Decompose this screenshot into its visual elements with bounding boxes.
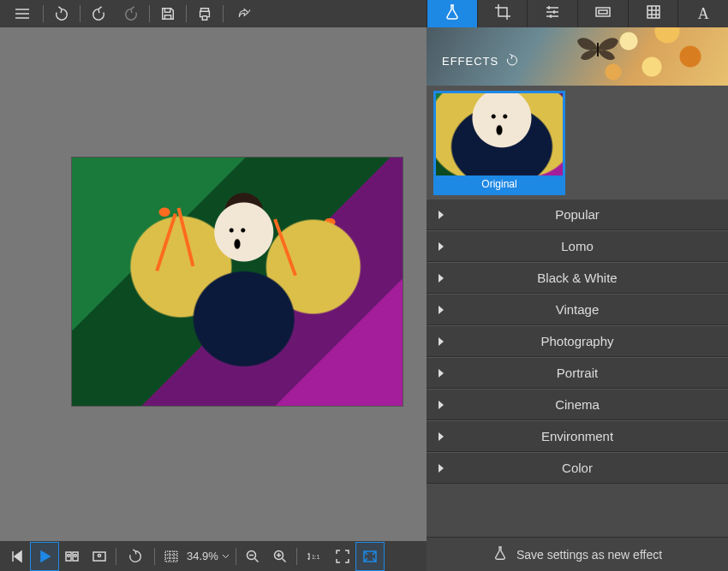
canvas-viewport[interactable] xyxy=(0,27,427,541)
tab-adjust[interactable] xyxy=(527,0,577,27)
app-root: A xyxy=(0,0,728,571)
chevron-right-icon xyxy=(439,306,444,314)
redo-step-button[interactable] xyxy=(115,0,147,27)
effect-category-list: Popular Lomo Black & White Vintage Photo… xyxy=(427,199,728,537)
effect-category-label: Black & White xyxy=(427,271,728,285)
effect-category[interactable]: Vintage xyxy=(427,294,728,325)
zoom-value: 34.9% xyxy=(187,550,218,562)
bottom-toolbar: 34.9% 1:1 xyxy=(0,541,427,571)
main-split: 34.9% 1:1 xyxy=(0,27,728,571)
frame-icon xyxy=(594,3,612,24)
toolbar-separator xyxy=(43,5,44,22)
toolbar-separator xyxy=(236,548,236,565)
chevron-right-icon xyxy=(439,242,444,251)
effect-category[interactable]: Portrait xyxy=(427,357,728,389)
toolbar-separator xyxy=(186,5,187,22)
toolbar-separator xyxy=(116,548,116,565)
canvas-pane: 34.9% 1:1 xyxy=(0,27,427,571)
rotate-button[interactable] xyxy=(119,543,152,570)
effect-category[interactable]: Photography xyxy=(427,325,728,357)
effect-category[interactable]: Black & White xyxy=(427,262,728,294)
effect-thumb-row: Original xyxy=(427,86,728,199)
tab-frame[interactable] xyxy=(577,0,628,27)
svg-point-0 xyxy=(68,554,70,556)
tab-crop[interactable] xyxy=(477,0,528,27)
tab-effects[interactable] xyxy=(427,0,477,27)
reset-effects-button[interactable] xyxy=(505,53,519,69)
thumb-image xyxy=(436,93,563,175)
effect-category[interactable]: Environment xyxy=(427,420,728,452)
menu-button[interactable] xyxy=(3,8,41,20)
effect-category[interactable]: Lomo xyxy=(427,230,728,262)
effect-thumb-original[interactable]: Original xyxy=(433,91,565,195)
undo-icon xyxy=(505,53,519,67)
chevron-down-icon xyxy=(222,554,230,559)
redo-button[interactable] xyxy=(82,0,115,27)
effect-category-label: Portrait xyxy=(427,366,728,380)
svg-text:1:1: 1:1 xyxy=(312,554,320,560)
chevron-right-icon xyxy=(439,432,444,441)
effect-category[interactable]: Popular xyxy=(427,199,728,230)
chevron-right-icon xyxy=(439,274,444,283)
save-effect-label: Save settings as new effect xyxy=(516,548,662,562)
actual-size-button[interactable]: 1:1 xyxy=(300,543,329,570)
mode-tabs: A xyxy=(427,0,728,27)
play-button[interactable] xyxy=(31,543,58,570)
effect-category[interactable]: Color xyxy=(427,452,728,484)
effect-category[interactable]: Cinema xyxy=(427,389,728,420)
tab-texture[interactable] xyxy=(628,0,678,27)
tab-text[interactable]: A xyxy=(677,0,728,27)
crop-icon xyxy=(494,3,511,24)
chevron-right-icon xyxy=(439,369,444,378)
chevron-right-icon xyxy=(439,337,444,346)
sliders-icon xyxy=(544,3,561,24)
fit-width-button[interactable] xyxy=(356,543,384,570)
toolbar-separator xyxy=(154,548,155,565)
zoom-out-button[interactable] xyxy=(239,543,266,570)
share-button[interactable] xyxy=(225,0,265,27)
flask-icon xyxy=(444,3,461,24)
top-toolbar-left xyxy=(0,0,427,27)
effect-category-label: Vintage xyxy=(427,302,728,317)
toolbar-separator xyxy=(149,5,150,22)
chevron-right-icon xyxy=(439,464,444,473)
undo-button[interactable] xyxy=(45,0,78,27)
effect-category-label: Photography xyxy=(427,334,728,348)
effects-banner: EFFECTS xyxy=(427,27,728,86)
butterfly-icon xyxy=(572,33,624,67)
canvas-image[interactable] xyxy=(72,158,403,406)
toolbar-separator xyxy=(80,5,81,22)
zoom-in-button[interactable] xyxy=(266,543,294,570)
save-effect-button[interactable]: Save settings as new effect xyxy=(427,537,728,571)
image-content xyxy=(72,158,403,406)
print-button[interactable] xyxy=(188,0,221,27)
save-button[interactable] xyxy=(152,0,184,27)
chevron-right-icon xyxy=(439,401,444,409)
thumb-label: Original xyxy=(436,175,563,193)
effect-category-label: Color xyxy=(427,461,728,475)
chevron-right-icon xyxy=(439,211,444,219)
effect-category-label: Popular xyxy=(427,207,728,222)
single-view-button[interactable] xyxy=(86,543,113,570)
text-icon: A xyxy=(698,6,709,21)
effects-panel: EFFECTS Original Popular Lomo Black & W xyxy=(427,27,728,571)
effects-title-row: EFFECTS xyxy=(442,53,519,69)
effect-category-label: Environment xyxy=(427,429,728,443)
effect-category-label: Lomo xyxy=(427,239,728,253)
compare-button[interactable] xyxy=(58,543,86,570)
texture-icon xyxy=(645,3,662,24)
toolbar-separator xyxy=(223,5,224,22)
svg-point-1 xyxy=(75,554,77,556)
zoom-readout[interactable]: 34.9% xyxy=(185,550,233,562)
flask-icon xyxy=(492,545,508,563)
effects-title: EFFECTS xyxy=(442,55,498,68)
svg-point-2 xyxy=(98,554,100,556)
grid-overlay-button[interactable] xyxy=(158,543,185,570)
fit-screen-button[interactable] xyxy=(329,543,356,570)
toolbar-separator xyxy=(296,548,297,565)
effect-category-label: Cinema xyxy=(427,397,728,412)
first-image-button[interactable] xyxy=(3,543,31,570)
top-toolbar: A xyxy=(0,0,728,27)
